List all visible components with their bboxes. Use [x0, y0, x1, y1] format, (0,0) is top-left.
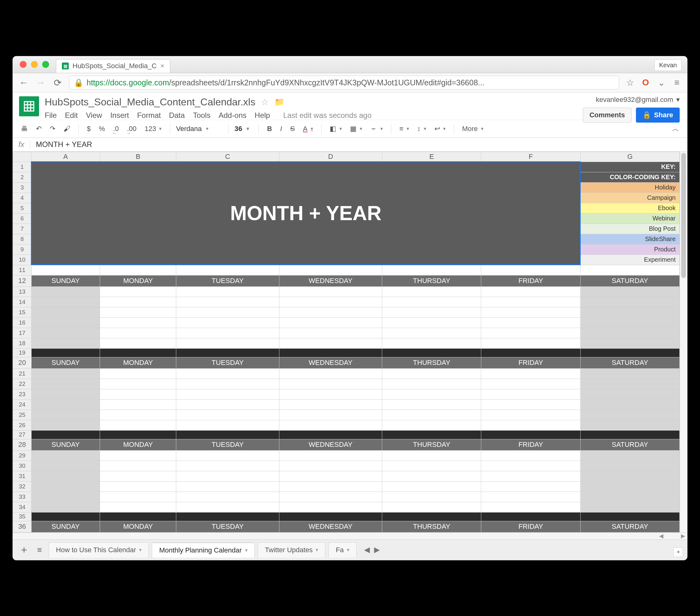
cell[interactable] [382, 317, 481, 328]
redo-icon[interactable]: ↷ [47, 124, 58, 134]
browser-tab-active[interactable]: ▦ HubSpots_Social_Media_C × [56, 59, 170, 73]
cell[interactable] [176, 450, 279, 460]
cell[interactable] [31, 502, 100, 512]
sheet-tab-menu-icon[interactable]: ▾ [139, 547, 141, 553]
paint-format-icon[interactable]: 🖌 [61, 124, 73, 134]
select-all-corner[interactable] [13, 152, 32, 162]
cell[interactable] [100, 368, 176, 379]
row-header-17[interactable]: 17 [13, 328, 32, 338]
folder-icon[interactable]: 📁 [274, 97, 284, 107]
cell[interactable] [279, 328, 382, 338]
cell[interactable] [382, 420, 481, 430]
cell[interactable] [382, 379, 481, 389]
cell[interactable] [481, 286, 580, 297]
cell[interactable] [100, 460, 176, 471]
cell[interactable] [481, 265, 580, 275]
cell[interactable] [481, 420, 580, 430]
cell[interactable] [481, 317, 580, 328]
close-tab-icon[interactable]: × [160, 62, 164, 70]
cell[interactable] [176, 460, 279, 471]
cell[interactable] [100, 297, 176, 307]
comments-button[interactable]: Comments [583, 108, 632, 123]
cell[interactable] [31, 328, 100, 338]
col-header-C[interactable]: C [176, 152, 279, 162]
cell[interactable] [279, 420, 382, 430]
col-header-F[interactable]: F [481, 152, 580, 162]
row-header-30[interactable]: 30 [13, 460, 32, 471]
cell[interactable] [176, 317, 279, 328]
cell[interactable] [176, 338, 279, 348]
omnibox[interactable]: 🔒 https://docs.google.com/spreadsheets/d… [69, 76, 619, 89]
font-size-select[interactable]: 36 [234, 124, 253, 133]
cell[interactable] [279, 492, 382, 502]
cell[interactable] [279, 286, 382, 297]
cell[interactable] [176, 286, 279, 297]
row-header-36[interactable]: 36 [13, 521, 32, 532]
pocket-ext-icon[interactable]: ⌄ [657, 78, 666, 87]
cell[interactable] [580, 492, 679, 502]
cell[interactable] [100, 317, 176, 328]
row-header-11[interactable]: 11 [13, 265, 32, 275]
add-sheet-button[interactable]: + [18, 544, 30, 556]
cell[interactable] [279, 317, 382, 328]
cell[interactable] [382, 410, 481, 420]
col-header-E[interactable]: E [382, 152, 481, 162]
cell[interactable] [279, 481, 382, 492]
cell[interactable] [100, 379, 176, 389]
cell[interactable] [100, 471, 176, 481]
cell[interactable] [31, 338, 100, 348]
last-edit-status[interactable]: Last edit was seconds ago [283, 111, 372, 120]
row-header-25[interactable]: 25 [13, 410, 32, 420]
more-toolbar-button[interactable]: More [460, 124, 486, 134]
cell[interactable] [31, 297, 100, 307]
cell[interactable] [279, 471, 382, 481]
row-header-31[interactable]: 31 [13, 471, 32, 481]
cell[interactable] [580, 410, 679, 420]
borders-button[interactable]: ▦ [348, 124, 365, 134]
forward-button[interactable]: → [35, 77, 46, 88]
print-icon[interactable]: 🖶 [18, 124, 30, 134]
hscroll-left-icon[interactable]: ◀ [659, 532, 663, 539]
cell[interactable] [382, 368, 481, 379]
cell[interactable] [100, 492, 176, 502]
scroll-thumb[interactable] [681, 153, 686, 278]
row-header-18[interactable]: 18 [13, 338, 32, 348]
sheet-tab-menu-icon[interactable]: ▾ [245, 547, 248, 553]
cell[interactable] [580, 297, 679, 307]
cell[interactable] [481, 450, 580, 460]
cell[interactable] [176, 379, 279, 389]
horizontal-align-button[interactable]: ≡ [397, 124, 412, 134]
row-header-15[interactable]: 15 [13, 307, 32, 317]
cell[interactable] [31, 379, 100, 389]
row-header-20[interactable]: 20 [13, 357, 32, 368]
row-header-10[interactable]: 10 [13, 255, 32, 265]
chrome-profile-button[interactable]: Kevan [654, 59, 682, 71]
format-currency[interactable]: $ [84, 124, 93, 134]
cell[interactable] [580, 328, 679, 338]
cell[interactable] [580, 502, 679, 512]
cell[interactable] [481, 379, 580, 389]
cell[interactable] [31, 492, 100, 502]
row-header-23[interactable]: 23 [13, 389, 32, 399]
cell[interactable] [382, 265, 481, 275]
cell[interactable] [382, 297, 481, 307]
cell[interactable] [31, 286, 100, 297]
cell[interactable] [279, 502, 382, 512]
strike-button[interactable]: S [288, 124, 298, 134]
cell[interactable] [176, 410, 279, 420]
row-header-32[interactable]: 32 [13, 481, 32, 492]
row-header-6[interactable]: 6 [13, 213, 32, 224]
cell[interactable] [481, 460, 580, 471]
star-icon[interactable]: ☆ [261, 97, 269, 107]
account-email[interactable]: kevanlee932@gmail.com ▾ [583, 96, 680, 104]
all-sheets-button[interactable]: ≡ [35, 545, 45, 555]
cell[interactable] [279, 410, 382, 420]
cell[interactable] [176, 328, 279, 338]
bookmark-star-icon[interactable]: ☆ [625, 78, 635, 87]
spreadsheet-grid[interactable]: ABCDEFG1MONTH + YEARKEY:2COLOR-CODING KE… [13, 152, 680, 532]
cell[interactable] [382, 389, 481, 399]
cell[interactable] [481, 481, 580, 492]
row-header-29[interactable]: 29 [13, 450, 32, 460]
cell[interactable] [580, 450, 679, 460]
menu-file[interactable]: File [45, 111, 57, 120]
